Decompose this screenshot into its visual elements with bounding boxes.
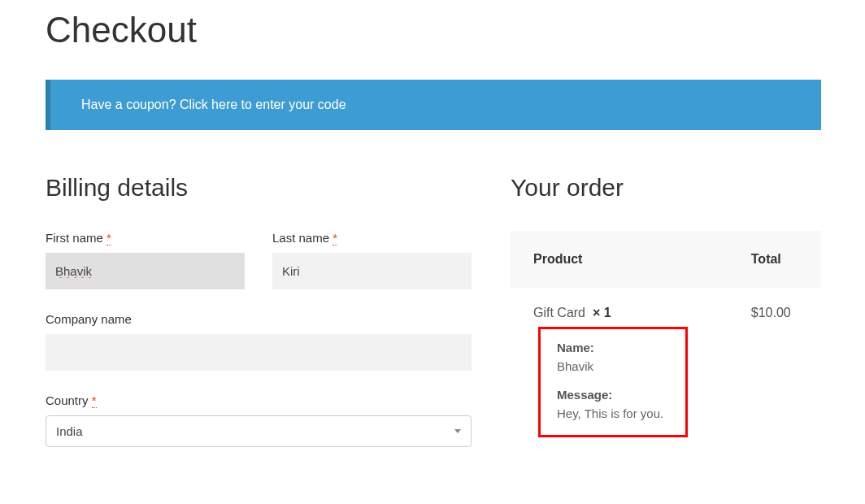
meta-message-value: Hey, This is for you. (557, 406, 669, 420)
product-header: Product (511, 231, 728, 288)
price-cell: $10.00 (728, 288, 821, 445)
order-header-row: Product Total (511, 231, 821, 288)
country-label: Country * (46, 393, 472, 407)
last-name-label-text: Last name (272, 231, 329, 245)
last-name-field: Last name * (272, 231, 472, 289)
company-input[interactable] (46, 334, 472, 371)
meta-name-value: Bhavik (557, 359, 669, 373)
company-row: Company name (46, 312, 472, 371)
meta-highlight-box: Name: Bhavik Message: Hey, This is for y… (538, 327, 688, 437)
first-name-label: First name * (46, 231, 245, 245)
total-header: Total (728, 231, 821, 288)
name-row: First name * Last name * (46, 231, 472, 289)
company-label: Company name (46, 312, 472, 326)
product-qty-prefix: × (593, 306, 600, 319)
product-qty: 1 (604, 306, 611, 319)
page-title: Checkout (46, 10, 821, 50)
country-row: Country * India (46, 393, 472, 447)
country-field: Country * India (46, 393, 472, 447)
billing-column: Billing details First name * Last name *… (46, 174, 472, 470)
meta-message-label: Message: (557, 388, 669, 402)
country-select[interactable]: India (46, 415, 472, 447)
last-name-input[interactable] (272, 253, 472, 289)
order-item-row: Gift Card × 1 Name: Bhavik Message: Hey,… (511, 288, 821, 445)
main-content: Billing details First name * Last name *… (46, 174, 821, 470)
order-table: Product Total Gift Card × 1 Name: Bhavik… (511, 231, 821, 445)
coupon-notice[interactable]: Have a coupon? Click here to enter your … (46, 80, 821, 130)
first-name-required: * (106, 231, 111, 245)
first-name-input[interactable] (46, 253, 245, 289)
company-field: Company name (46, 312, 472, 371)
billing-title: Billing details (46, 174, 472, 202)
product-name: Gift Card (533, 306, 585, 319)
chevron-down-icon (454, 429, 461, 433)
country-selected-value: India (56, 424, 83, 438)
first-name-label-text: First name (46, 231, 103, 245)
order-title: Your order (511, 174, 821, 202)
last-name-required: * (333, 231, 337, 245)
product-cell: Gift Card × 1 Name: Bhavik Message: Hey,… (511, 288, 728, 445)
country-required: * (92, 393, 97, 408)
last-name-label: Last name * (272, 231, 472, 245)
order-column: Your order Product Total Gift Card × 1 N… (511, 174, 821, 470)
first-name-field: First name * (46, 231, 245, 289)
meta-name-label: Name: (557, 341, 669, 354)
country-label-text: Country (46, 393, 89, 407)
